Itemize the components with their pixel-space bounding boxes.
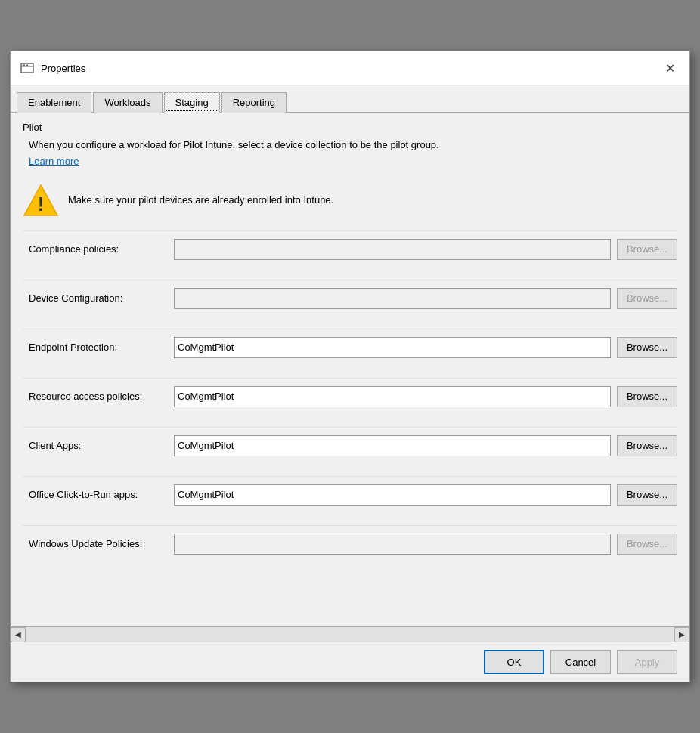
svg-rect-3: [26, 65, 28, 66]
input-resource[interactable]: [174, 386, 611, 407]
field-row-client-apps: Client Apps: Browse...: [23, 427, 677, 464]
apply-button[interactable]: Apply: [617, 650, 677, 674]
close-button[interactable]: ✕: [659, 57, 680, 79]
browse-endpoint[interactable]: Browse...: [617, 337, 677, 358]
dialog-title: Properties: [41, 63, 659, 74]
field-row-device-config: Device Configuration: Browse...: [23, 280, 677, 317]
browse-resource[interactable]: Browse...: [617, 386, 677, 407]
input-client-apps[interactable]: [174, 435, 611, 456]
browse-compliance: Browse...: [617, 239, 677, 260]
field-row-windows-update: Windows Update Policies: Browse...: [23, 525, 677, 562]
field-row-compliance: Compliance policies: Browse...: [23, 230, 677, 268]
tab-staging[interactable]: Staging: [164, 92, 220, 113]
label-resource: Resource access policies:: [23, 391, 174, 402]
cancel-button[interactable]: Cancel: [550, 650, 611, 674]
input-office[interactable]: [174, 484, 611, 506]
scroll-track: [26, 627, 674, 642]
section-title: Pilot: [23, 122, 677, 133]
warning-text: Make sure your pilot devices are already…: [68, 194, 333, 206]
input-windows-update[interactable]: [174, 534, 611, 555]
properties-dialog: Properties ✕ Enablement Workloads Stagin…: [10, 51, 690, 682]
label-device-config: Device Configuration:: [23, 292, 174, 304]
pilot-section: Pilot When you configure a workload for …: [23, 122, 677, 176]
learn-more-link[interactable]: Learn more: [29, 156, 79, 167]
input-endpoint[interactable]: [174, 337, 611, 358]
button-bar: OK Cancel Apply: [11, 642, 689, 682]
scroll-content[interactable]: Pilot When you configure a workload for …: [11, 113, 689, 626]
svg-rect-2: [23, 65, 25, 66]
tab-bar: Enablement Workloads Staging Reporting: [11, 85, 689, 113]
scroll-right-arrow[interactable]: ▶: [674, 627, 689, 642]
tab-enablement[interactable]: Enablement: [17, 92, 91, 113]
horizontal-scrollbar: ◀ ▶: [11, 626, 689, 642]
ok-button[interactable]: OK: [484, 650, 544, 674]
warning-box: ! Make sure your pilot devices are alrea…: [23, 182, 677, 218]
content-area: Pilot When you configure a workload for …: [11, 113, 689, 626]
browse-windows-update: Browse...: [617, 534, 677, 555]
tab-workloads[interactable]: Workloads: [93, 92, 162, 113]
label-endpoint: Endpoint Protection:: [23, 342, 174, 353]
input-device-config[interactable]: [174, 288, 611, 309]
label-compliance: Compliance policies:: [23, 243, 174, 255]
field-row-resource: Resource access policies: Browse...: [23, 378, 677, 415]
field-row-office: Office Click-to-Run apps: Browse...: [23, 476, 677, 513]
tab-reporting[interactable]: Reporting: [221, 92, 287, 113]
info-text: When you configure a workload for Pilot …: [29, 138, 677, 153]
browse-client-apps[interactable]: Browse...: [617, 435, 677, 456]
browse-office[interactable]: Browse...: [617, 484, 677, 506]
browse-device-config: Browse...: [617, 288, 677, 309]
warning-icon: !: [23, 182, 59, 218]
label-office: Office Click-to-Run apps:: [23, 489, 174, 500]
scroll-left-arrow[interactable]: ◀: [11, 627, 26, 642]
input-compliance[interactable]: [174, 239, 611, 260]
svg-text:!: !: [38, 193, 45, 215]
label-windows-update: Windows Update Policies:: [23, 538, 174, 549]
fields-container: Compliance policies: Browse... Device Co…: [23, 230, 677, 562]
label-client-apps: Client Apps:: [23, 440, 174, 451]
field-row-endpoint: Endpoint Protection: Browse...: [23, 329, 677, 366]
title-bar: Properties ✕: [11, 51, 689, 85]
dialog-icon: [20, 60, 35, 76]
